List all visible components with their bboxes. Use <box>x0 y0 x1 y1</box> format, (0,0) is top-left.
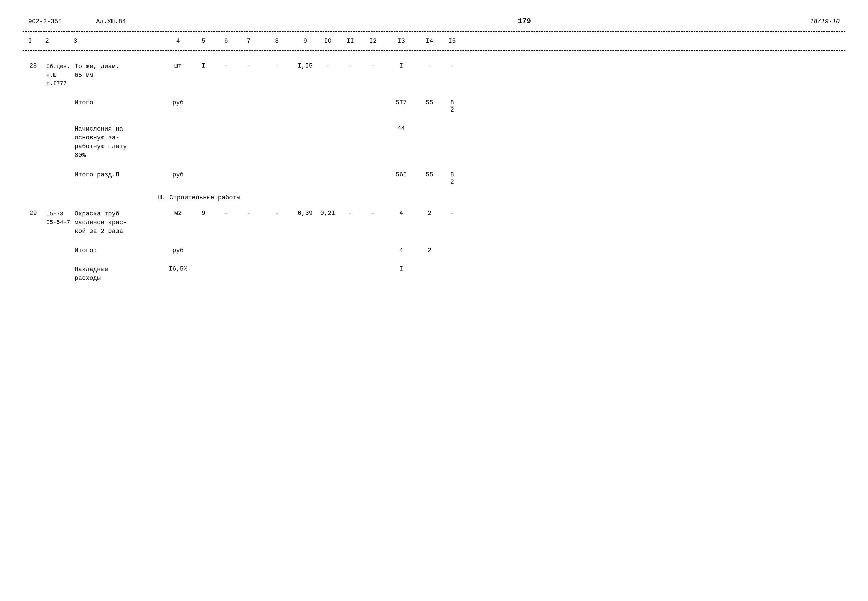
row-28-col10: - <box>317 62 339 70</box>
row-28-col15: - <box>441 62 463 70</box>
table-row: Итого разд.П руб 56I 55 8 2 <box>23 168 845 189</box>
col-header-9: 9 <box>294 38 317 45</box>
table-row: Итого руб 5I7 55 8 2 <box>23 96 845 116</box>
row-itogo1-subid <box>45 99 73 100</box>
row-28-col12: - <box>362 62 384 70</box>
row-28-col13: I <box>384 62 418 70</box>
row-itogo1-desc: Итого <box>73 99 164 107</box>
row-itogo1-id <box>28 99 45 100</box>
col-header-5: 5 <box>192 38 215 45</box>
row-itogo1-col13: 5I7 <box>384 99 418 107</box>
row-itogo3-desc: Итого: <box>73 247 164 255</box>
row-29-col15: - <box>441 209 463 217</box>
header-code: 902-2-35I <box>28 18 73 25</box>
row-itogo2-col14: 55 <box>418 171 441 179</box>
row-28-col11: - <box>339 62 362 70</box>
row-29-col5: 9 <box>192 209 215 217</box>
row-28-col9: I,I5 <box>294 62 317 70</box>
row-itogo1-col4: руб <box>164 99 192 107</box>
row-29-id: 29 <box>28 209 45 217</box>
row-29-col12: - <box>362 209 384 217</box>
row-itogo2-desc: Итого разд.П <box>73 171 164 179</box>
row-29-col10: 0,2I <box>317 209 339 217</box>
col-header-6: 6 <box>215 38 238 45</box>
header-al: Ал.УШ.84 <box>96 18 152 25</box>
row-itogo3-col14: 2 <box>418 247 441 255</box>
row-28-col7: - <box>238 62 260 70</box>
row-29-col9: 0,39 <box>294 209 317 217</box>
col-header-4: 4 <box>164 38 192 45</box>
row-29-col6: - <box>215 209 238 217</box>
row-29-col14: 2 <box>418 209 441 217</box>
row-28-subid: Сб.цен.ч.Шп.I777 <box>45 62 73 88</box>
section-header-stroitelnye: Ш. Строительные работы <box>23 189 845 204</box>
col-header-1: I <box>28 38 45 45</box>
top-divider <box>23 31 845 32</box>
row-nach-desc: Начисления наосновную за-работную плату8… <box>73 124 164 160</box>
header-right: 18/19·10 <box>783 18 840 25</box>
col-header-7: 7 <box>238 38 260 45</box>
row-28-col6: - <box>215 62 238 70</box>
row-nach-col13: 44 <box>384 124 418 133</box>
row-itogo2-col15: 8 2 <box>441 171 463 186</box>
table-row: 29 I5-73I5-54-7 Окраска трубмасляной кра… <box>23 207 845 239</box>
col-header-3: 3 <box>73 38 164 45</box>
header-num: 179 <box>288 17 761 26</box>
row-itogo1-col14: 55 <box>418 99 441 107</box>
row-nakladnye-col13: I <box>384 265 418 273</box>
row-29-subid: I5-73I5-54-7 <box>45 209 73 227</box>
row-29-desc: Окраска трубмасляной крас-кой за 2 раза <box>73 209 164 236</box>
row-29-col7: - <box>238 209 260 217</box>
col-header-15: I5 <box>441 38 463 45</box>
row-29-col4: м2 <box>164 209 192 217</box>
row-28-desc: То же, диам.65 мм <box>73 62 164 81</box>
col-header-14: I4 <box>418 38 441 45</box>
row-28-col8: - <box>260 62 294 70</box>
header-divider <box>23 50 845 51</box>
row-29-col11: - <box>339 209 362 217</box>
row-29-col13: 4 <box>384 209 418 217</box>
row-28-col5: I <box>192 62 215 70</box>
page-header: 902-2-35I Ал.УШ.84 179 18/19·10 <box>23 17 845 26</box>
column-headers: I 2 3 4 5 6 7 8 9 IO II I2 I3 I4 I5 <box>23 35 845 47</box>
row-itogo3-col13: 4 <box>384 247 418 255</box>
row-itogo1-col15: 8 2 <box>441 99 463 114</box>
table-row: Итого: руб 4 2 <box>23 244 845 257</box>
row-28-col4: шт <box>164 62 192 70</box>
col-header-10: IO <box>317 38 339 45</box>
col-header-11: II <box>339 38 362 45</box>
row-itogo2-col4: руб <box>164 171 192 179</box>
col-header-8: 8 <box>260 38 294 45</box>
table-row: Накладныерасходы I6,5% I <box>23 262 845 286</box>
row-nakladnye-desc: Накладныерасходы <box>73 265 164 284</box>
row-28-id: 28 <box>28 62 45 70</box>
col-header-12: I2 <box>362 38 384 45</box>
col-header-13: I3 <box>384 38 418 45</box>
table-row: Начисления наосновную за-работную плату8… <box>23 122 845 163</box>
row-itogo2-col13: 56I <box>384 171 418 179</box>
col-header-2: 2 <box>45 38 73 45</box>
row-28-col14: - <box>418 62 441 70</box>
row-29-col8: - <box>260 209 294 217</box>
table-row: 28 Сб.цен.ч.Шп.I777 То же, диам.65 мм шт… <box>23 59 845 91</box>
row-nakladnye-col4: I6,5% <box>164 265 192 273</box>
row-itogo3-col4: руб <box>164 247 192 255</box>
